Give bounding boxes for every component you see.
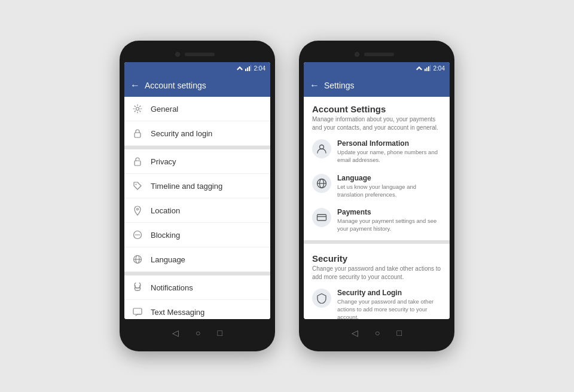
globe-icon-2 [312,174,331,193]
phones-container: 2:04 ← Account settings General [120,41,454,351]
svg-point-9 [137,208,139,210]
notifications-icon [132,281,144,293]
gear-icon [132,103,144,115]
menu-item-general[interactable]: General [124,97,270,121]
settings-item-security-login-desc: Change your password and take other acti… [337,298,441,319]
back-button-1[interactable]: ← [130,80,140,91]
settings-item-language-desc: Let us know your language and translatio… [337,183,441,199]
menu-item-label-notifications: Notifications [151,283,193,292]
message-icon [132,306,144,318]
app-bar-title-1: Account settings [145,81,264,90]
settings-item-payments-title: Payments [337,208,441,216]
menu-item-label-security: Security and login [151,129,212,138]
bottom-nav-1: ◁ ○ □ [124,321,270,344]
menu-item-label-timeline: Timeline and tagging [151,182,222,191]
status-icons-1: 2:04 [236,65,265,72]
menu-item-label-general: General [151,105,178,114]
settings-item-language-title: Language [337,174,441,182]
menu-item-security[interactable]: Security and login [124,121,270,146]
phone-1: 2:04 ← Account settings General [120,41,275,351]
lock-open-icon [132,155,144,167]
shield-icon [312,289,331,308]
nav-back-1[interactable]: ◁ [172,328,179,338]
account-settings-header: Account Settings Manage information abou… [304,97,450,134]
svg-rect-25 [430,65,430,71]
menu-item-label-blocking: Blocking [151,231,180,240]
wifi-icon-2 [416,65,423,71]
settings-content: Account Settings Manage information abou… [304,97,450,319]
person-icon [312,139,331,158]
svg-marker-0 [237,66,243,71]
screen-1: 2:04 ← Account settings General [124,62,270,319]
settings-item-payments-text: Payments Manage your payment settings an… [337,208,441,233]
phone-2: 2:04 ← Settings Account Settings Manage … [299,41,454,351]
signal-icon [245,65,251,71]
nav-home-1[interactable]: ○ [196,328,200,338]
svg-rect-24 [428,66,429,71]
menu-item-privacy[interactable]: Privacy [124,149,270,174]
app-bar-title-2: Settings [324,81,444,90]
menu-item-location[interactable]: Location [124,198,270,223]
screen-2: 2:04 ← Settings Account Settings Manage … [304,62,450,319]
nav-back-2[interactable]: ◁ [352,328,358,338]
settings-item-personal[interactable]: Personal Information Update your name, p… [304,134,450,169]
security-section-header: Security Change your password and take o… [304,246,450,284]
speaker-2 [364,53,394,56]
menu-item-language[interactable]: Language [124,247,270,272]
svg-point-8 [136,184,137,185]
security-section-desc: Change your password and take other acti… [312,265,441,281]
menu-item-blocking[interactable]: Blocking [124,223,270,247]
settings-item-payments-desc: Manage your payment settings and see you… [337,217,441,233]
camera-1 [175,52,180,57]
svg-marker-21 [416,66,422,71]
signal-icon-2 [425,65,430,71]
svg-rect-23 [426,68,428,71]
svg-rect-19 [133,308,142,314]
time-1: 2:04 [254,65,265,72]
svg-rect-30 [317,215,326,220]
svg-rect-6 [135,133,141,137]
settings-item-security-login-text: Security and Login Change your password … [337,289,441,319]
status-bar-2: 2:04 [304,62,450,74]
nav-home-2[interactable]: ○ [375,328,380,338]
menu-section-3: Notifications Text Messaging [124,275,270,319]
nav-recent-1[interactable]: □ [218,328,222,338]
settings-item-language[interactable]: Language Let us know your language and t… [304,169,450,204]
svg-rect-1 [245,69,246,71]
svg-rect-2 [247,68,248,71]
account-settings-desc: Manage information about you, your payme… [312,115,441,132]
lock-icon [132,127,144,139]
menu-section-1: General Security and login [124,97,270,146]
settings-item-personal-desc: Update your name, phone numbers and emai… [337,148,441,164]
account-settings-title: Account Settings [312,104,441,114]
back-button-2[interactable]: ← [310,80,319,91]
settings-item-personal-text: Personal Information Update your name, p… [337,139,441,164]
status-bar-1: 2:04 [124,62,270,74]
globe-icon [132,253,144,265]
menu-item-label-privacy: Privacy [151,157,176,166]
bottom-nav-2: ◁ ○ □ [304,321,450,344]
settings-item-payments[interactable]: Payments Manage your payment settings an… [304,203,450,238]
menu-item-label-language: Language [151,255,185,264]
location-icon [132,204,144,216]
svg-rect-7 [135,161,141,166]
svg-point-5 [136,108,139,111]
wifi-icon [236,65,243,71]
app-bar-2: ← Settings [304,74,450,97]
nav-recent-2[interactable]: □ [397,328,402,338]
menu-item-timeline[interactable]: Timeline and tagging [124,174,270,198]
phone-top-2 [304,48,450,61]
menu-item-notifications[interactable]: Notifications [124,275,270,300]
minus-circle-icon [132,229,144,241]
menu-item-label-text-messaging: Text Messaging [151,308,204,317]
menu-item-text-messaging[interactable]: Text Messaging [124,300,270,319]
camera-2 [355,52,359,57]
menu-list-1: General Security and login [124,97,270,319]
settings-divider-1 [304,240,450,244]
settings-item-security-login[interactable]: Security and Login Change your password … [304,284,450,319]
phone-top-1 [124,48,270,61]
svg-rect-3 [249,66,250,71]
svg-rect-22 [425,69,426,71]
settings-item-language-text: Language Let us know your language and t… [337,174,441,199]
settings-item-security-login-title: Security and Login [337,289,441,297]
